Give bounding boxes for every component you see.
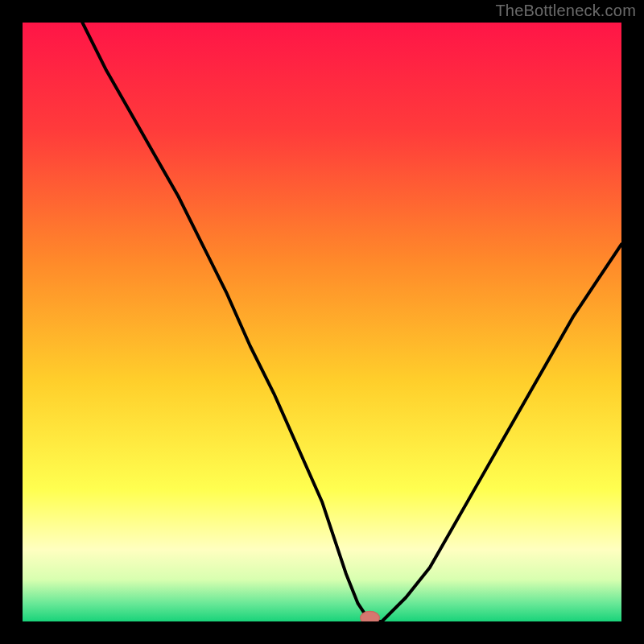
chart-frame: TheBottleneck.com [0,0,644,644]
optimal-point-marker [361,611,380,621]
bottleneck-plot [23,23,621,621]
gradient-background [23,23,621,621]
attribution-label: TheBottleneck.com [495,2,636,20]
